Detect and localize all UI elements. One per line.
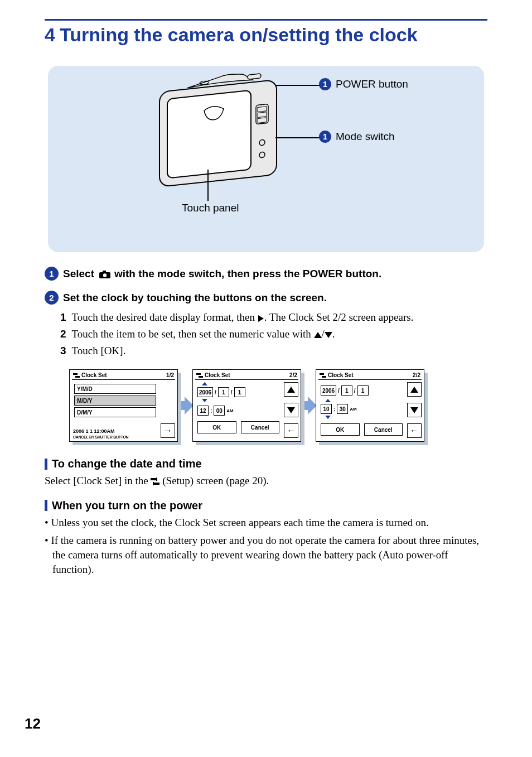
camera-diagram-panel: 1 POWER button 1 Mode switch Touch panel [48, 66, 484, 252]
ampm-label: AM [226, 408, 233, 413]
callout-bullet-1: 1 [319, 78, 331, 90]
arrow-right-icon [258, 315, 264, 322]
flow-arrow-icon [300, 394, 317, 417]
svg-rect-9 [248, 74, 261, 80]
day-field[interactable]: 1 [234, 387, 245, 397]
minute-field[interactable]: 00 [214, 406, 225, 416]
page-number: 12 [25, 715, 41, 732]
mode-switch-label: Mode switch [336, 131, 395, 143]
year-field[interactable]: 2006 [321, 385, 336, 396]
value-down-icon [202, 399, 207, 402]
hour-field[interactable]: 12 [197, 406, 209, 416]
svg-rect-13 [73, 373, 78, 375]
minute-field[interactable]: 30 [337, 404, 348, 414]
year-field[interactable]: 2006 [197, 387, 213, 397]
setup-icon [196, 373, 203, 378]
hour-field[interactable]: 10 [321, 404, 332, 414]
step1-suffix: with the mode switch, then press the POW… [114, 268, 381, 280]
svg-rect-1 [167, 90, 251, 179]
format-ymd[interactable]: Y/M/D [74, 384, 156, 394]
value-up-icon [202, 382, 207, 385]
cancel-hint: CANCEL BY SHUTTER BUTTON [73, 435, 158, 439]
svg-rect-16 [196, 373, 201, 375]
format-mdy[interactable]: M/D/Y [74, 396, 156, 406]
down-button[interactable] [284, 403, 298, 417]
power-on-notes: Unless you set the clock, the Clock Set … [45, 515, 487, 577]
ok-button[interactable]: OK [197, 421, 236, 433]
svg-rect-11 [103, 271, 106, 273]
format-dmy[interactable]: D/M/Y [74, 407, 156, 417]
subheading-power-on: When you turn on the power [45, 499, 487, 512]
preview-date: 2006 1 1 12:00AM [73, 428, 158, 434]
clock-set-screen-3: Clock Set 2/2 2006/ 1/ 1 10: 30 AM OK [316, 369, 424, 442]
setup-icon [73, 373, 80, 378]
title-text: Turning the camera on/setting the clock [60, 24, 418, 45]
clock-set-screenshots: Clock Set 1/2 Y/M/D M/D/Y D/M/Y → 2006 1… [69, 369, 487, 442]
triangle-up-icon [314, 332, 322, 338]
step2-title: Set the clock by touching the buttons on… [63, 292, 327, 304]
svg-marker-18 [300, 397, 317, 414]
setup-icon [151, 475, 159, 489]
triangle-down-icon [325, 332, 332, 338]
step1-prefix: Select [63, 268, 94, 280]
substep-1: 1Touch the desired date display format, … [60, 309, 487, 326]
setup-icon [320, 373, 326, 378]
svg-rect-17 [199, 376, 203, 378]
step2-substeps: 1Touch the desired date display format, … [60, 309, 487, 359]
month-field[interactable]: 1 [341, 385, 352, 396]
cancel-button[interactable]: Cancel [364, 423, 403, 436]
svg-rect-24 [153, 482, 154, 485]
value-down-icon [325, 416, 331, 419]
svg-marker-15 [177, 397, 194, 414]
camera-illustration [154, 71, 299, 200]
touch-panel-label: Touch panel [182, 202, 239, 214]
ok-button[interactable]: OK [321, 423, 360, 436]
page-title: 4Turning the camera on/setting the clock [45, 24, 487, 46]
value-up-icon [325, 399, 331, 402]
day-field[interactable]: 1 [357, 385, 369, 396]
substep-3: 3Touch [OK]. [60, 343, 487, 359]
step-bullet-2: 2 [45, 291, 59, 305]
clock-set-screen-1: Clock Set 1/2 Y/M/D M/D/Y D/M/Y → 2006 1… [69, 369, 178, 442]
flow-arrow-icon [177, 394, 194, 417]
svg-point-12 [103, 273, 107, 277]
step-1: 1 Select with the mode switch, then pres… [45, 267, 487, 281]
substep-2: 2Touch the item to be set, then set the … [60, 326, 487, 343]
ampm-label: AM [350, 407, 356, 412]
up-button[interactable] [284, 382, 298, 397]
note-2: If the camera is running on battery powe… [45, 533, 487, 577]
change-date-text: Select [Clock Set] in the (Setup) screen… [45, 474, 487, 489]
svg-rect-23 [156, 478, 157, 481]
power-button-label: POWER button [336, 78, 408, 90]
note-1: Unless you set the clock, the Clock Set … [45, 515, 487, 530]
step-bullet-1: 1 [45, 267, 59, 281]
callout-bullet-1b: 1 [319, 131, 331, 143]
step-2: 2 Set the clock by touching the buttons … [45, 291, 487, 305]
svg-rect-21 [151, 478, 156, 480]
up-button[interactable] [407, 382, 422, 397]
month-field[interactable]: 1 [218, 387, 229, 397]
step-number: 4 [45, 24, 55, 45]
svg-rect-20 [322, 376, 326, 378]
back-button[interactable]: ← [284, 423, 298, 438]
down-button[interactable] [407, 403, 422, 417]
cancel-button[interactable]: Cancel [241, 421, 280, 433]
next-button[interactable]: → [161, 423, 175, 438]
clock-set-screen-2: Clock Set 2/2 2006/ 1/ 1 12: 00 AM OK [192, 369, 301, 442]
subheading-change-date: To change the date and time [45, 457, 487, 470]
svg-rect-14 [75, 376, 80, 378]
back-button[interactable]: ← [407, 423, 422, 438]
svg-rect-19 [320, 373, 324, 375]
camera-mode-icon [99, 270, 110, 278]
svg-rect-22 [154, 483, 159, 485]
